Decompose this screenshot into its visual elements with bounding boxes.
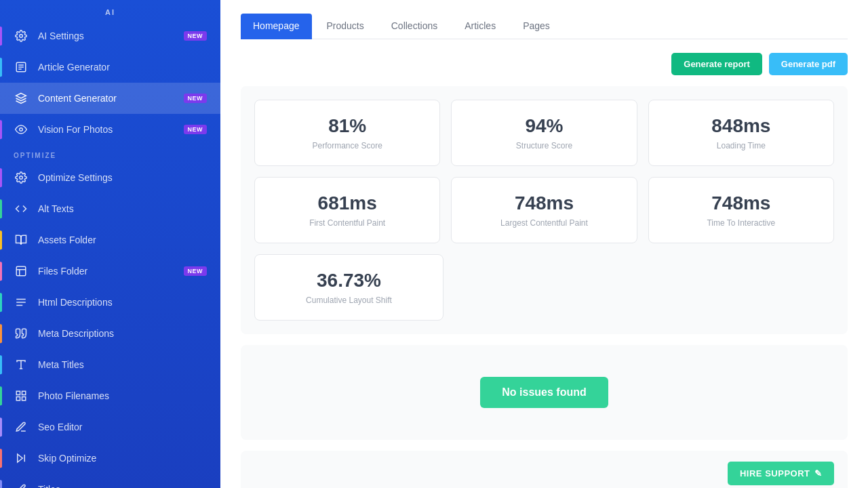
sidebar-item-label: Skip Optimize	[38, 453, 207, 464]
metric-card-lcp: 748ms Largest Contentful Paint	[451, 177, 637, 243]
content-generator-icon	[14, 91, 28, 106]
sidebar-item-label: Files Folder	[38, 266, 184, 277]
assets-folder-icon	[14, 232, 28, 247]
sidebar-item-html-descriptions[interactable]: Html Descriptions	[0, 287, 220, 318]
sidebar-item-article-generator[interactable]: Article Generator	[0, 52, 220, 83]
metric-label-fcp: First Contentful Paint	[269, 218, 426, 228]
metrics-grid-top: 81% Performance Score 94% Structure Scor…	[254, 100, 834, 166]
sidebar-item-label: Optimize Settings	[38, 172, 207, 183]
optimize-section-label: OPTIMIZE	[0, 145, 220, 162]
no-issues-button[interactable]: No issues found	[480, 377, 608, 408]
skip-optimize-icon	[14, 451, 28, 466]
svg-marker-18	[18, 454, 23, 462]
metric-card-performance: 81% Performance Score	[254, 100, 440, 166]
metric-value-cls: 36.73%	[269, 270, 429, 291]
sidebar-item-files-folder[interactable]: Files Folder NEW	[0, 256, 220, 287]
sidebar-item-label: Html Descriptions	[38, 297, 207, 308]
main-body: Generate report Generate pdf 81% Perform…	[220, 39, 868, 488]
metric-value-lcp: 748ms	[465, 192, 623, 214]
main-content: Homepage Products Collections Articles P…	[220, 0, 868, 488]
sidebar-item-titles[interactable]: Titles	[0, 474, 220, 488]
sidebar: AI AI Settings NEW Article Generator Con…	[0, 0, 220, 488]
sidebar-item-label: Seo Editor	[38, 422, 207, 432]
generate-report-button[interactable]: Generate report	[671, 53, 762, 75]
sidebar-item-label: Assets Folder	[38, 235, 207, 245]
metrics-grid-bottom: 681ms First Contentful Paint 748ms Large…	[254, 177, 834, 243]
metric-value-loading: 848ms	[663, 115, 820, 137]
svg-rect-16	[22, 397, 26, 401]
svg-rect-17	[16, 397, 20, 401]
no-issues-section: No issues found	[241, 345, 848, 440]
sidebar-item-assets-folder[interactable]: Assets Folder	[0, 224, 220, 256]
footer-section: HIRE SUPPORT ✎	[241, 451, 848, 488]
settings-icon	[14, 28, 28, 43]
svg-rect-14	[16, 391, 20, 394]
sidebar-item-optimize-settings[interactable]: Optimize Settings	[0, 162, 220, 193]
sidebar-item-label: Content Generator	[38, 93, 184, 104]
sidebar-item-label: Alt Texts	[38, 203, 207, 214]
sidebar-item-label: Photo Filenames	[38, 390, 207, 401]
sidebar-item-photo-filenames[interactable]: Photo Filenames	[0, 380, 220, 411]
metric-label-cls: Cumulative Layout Shift	[269, 296, 429, 305]
sidebar-item-ai-settings[interactable]: AI Settings NEW	[0, 20, 220, 52]
metric-label-lcp: Largest Contentful Paint	[465, 218, 623, 228]
hire-support-button[interactable]: HIRE SUPPORT ✎	[728, 462, 834, 485]
metric-value-performance: 81%	[269, 115, 426, 137]
article-icon	[14, 60, 28, 75]
badge-new: NEW	[184, 125, 208, 134]
hire-support-label: HIRE SUPPORT	[740, 468, 810, 479]
html-desc-icon	[14, 295, 28, 310]
sidebar-item-label: Article Generator	[38, 62, 207, 73]
vision-icon	[14, 122, 28, 137]
sidebar-ai-label: AI	[0, 0, 220, 20]
titles-icon	[14, 482, 28, 488]
sidebar-item-vision-for-photos[interactable]: Vision For Photos NEW	[0, 114, 220, 145]
main-header: Homepage Products Collections Articles P…	[220, 0, 868, 39]
metric-card-structure: 94% Structure Score	[451, 100, 637, 166]
svg-point-6	[20, 176, 23, 180]
metric-value-structure: 94%	[465, 115, 623, 137]
badge-new: NEW	[184, 266, 208, 276]
svg-rect-15	[22, 391, 26, 394]
metric-card-cls: 36.73% Cumulative Layout Shift	[254, 254, 443, 321]
photo-filenames-icon	[14, 388, 28, 403]
sidebar-item-skip-optimize[interactable]: Skip Optimize	[0, 443, 220, 474]
metric-card-fcp: 681ms First Contentful Paint	[254, 177, 440, 243]
sidebar-item-meta-descriptions[interactable]: Meta Descriptions	[0, 318, 220, 349]
seo-editor-icon	[14, 420, 28, 434]
svg-rect-7	[16, 266, 26, 276]
meta-titles-icon	[14, 357, 28, 372]
tab-articles[interactable]: Articles	[452, 14, 508, 39]
sidebar-item-seo-editor[interactable]: Seo Editor	[0, 411, 220, 443]
metric-label-loading: Loading Time	[663, 141, 820, 150]
metric-label-performance: Performance Score	[269, 141, 426, 150]
metrics-section: 81% Performance Score 94% Structure Scor…	[241, 86, 848, 334]
metric-value-tti: 748ms	[663, 192, 820, 214]
tab-homepage[interactable]: Homepage	[241, 14, 312, 39]
optimize-settings-icon	[14, 170, 28, 185]
sidebar-item-content-generator[interactable]: Content Generator NEW	[0, 83, 220, 114]
metric-value-fcp: 681ms	[269, 192, 426, 214]
sidebar-item-label: Meta Descriptions	[38, 328, 207, 339]
tab-navigation: Homepage Products Collections Articles P…	[241, 14, 848, 39]
svg-point-0	[20, 35, 23, 38]
files-folder-icon	[14, 264, 28, 279]
metric-card-tti: 748ms Time To Interactive	[648, 177, 834, 243]
alt-texts-icon	[14, 201, 28, 216]
badge-new: NEW	[184, 31, 208, 41]
tab-products[interactable]: Products	[315, 14, 376, 39]
metric-label-tti: Time To Interactive	[663, 218, 820, 228]
sidebar-item-meta-titles[interactable]: Meta Titles	[0, 349, 220, 380]
sidebar-item-label: Meta Titles	[38, 359, 207, 370]
sidebar-item-label: Vision For Photos	[38, 124, 184, 135]
sidebar-item-label: AI Settings	[38, 30, 184, 41]
badge-new: NEW	[184, 94, 208, 103]
metric-card-loading: 848ms Loading Time	[648, 100, 834, 166]
svg-point-5	[20, 128, 23, 131]
generate-pdf-button[interactable]: Generate pdf	[769, 53, 848, 75]
sidebar-item-label: Titles	[38, 484, 207, 488]
sidebar-item-alt-texts[interactable]: Alt Texts	[0, 193, 220, 224]
hire-support-icon: ✎	[814, 468, 823, 479]
tab-pages[interactable]: Pages	[511, 14, 562, 39]
tab-collections[interactable]: Collections	[379, 14, 450, 39]
